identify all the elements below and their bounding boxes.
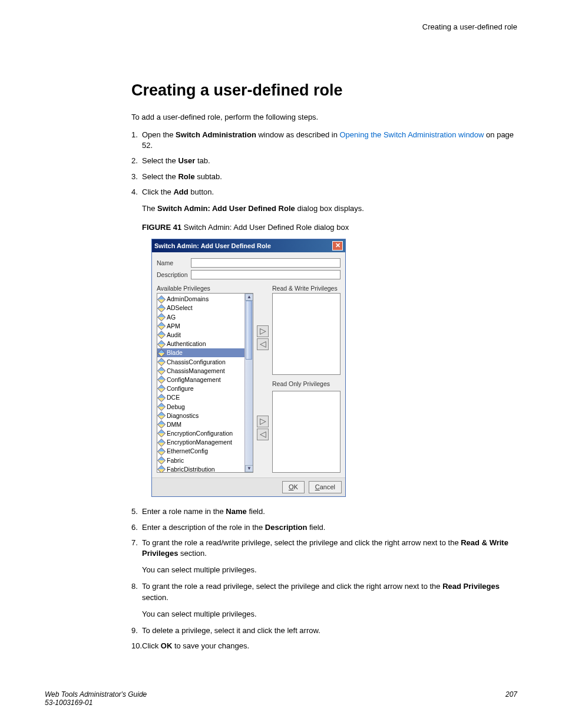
list-item[interactable]: EthernetConfig [157, 447, 253, 456]
step-text: To grant the role a read privilege, sele… [142, 582, 442, 591]
privilege-label: Fabric [167, 456, 184, 465]
name-label: Name [157, 259, 191, 268]
name-row: Name [157, 258, 340, 268]
figure-title: Switch Admin: Add User Defined Role dial… [184, 223, 349, 232]
name-field-bold: Name [226, 507, 246, 516]
step-text: Click the [142, 187, 173, 196]
privilege-icon [157, 331, 166, 339]
step-5: 5. Enter a role name in the Name field. [131, 506, 517, 517]
step-text: to save your changes. [172, 641, 249, 650]
rw-arrow-buttons: ▷ ◁ [257, 325, 269, 350]
step-4: 4. Click the Add button. The Switch Admi… [131, 187, 517, 498]
close-icon[interactable]: ✕ [332, 241, 343, 251]
privilege-icon [157, 403, 166, 411]
description-label: Description [157, 271, 191, 279]
available-privileges-label: Available Privileges [157, 284, 253, 293]
list-item[interactable]: AdminDomains [157, 295, 253, 304]
role-subtab-bold: Role [178, 172, 194, 181]
step-1: 1. Open the Switch Administration window… [131, 130, 517, 151]
privilege-icon [157, 340, 166, 348]
scroll-up-icon[interactable]: ▲ [245, 294, 253, 301]
privilege-icon [157, 349, 166, 357]
list-item[interactable]: Fabric [157, 456, 253, 465]
step-text: dialog box displays. [295, 204, 364, 213]
dialog-add-user-defined-role: Switch Admin: Add User Defined Role ✕ Na… [151, 239, 346, 497]
step-text: Enter a description of the role in the [142, 523, 265, 532]
step-text: To grant the role a read/write privilege… [142, 538, 461, 547]
available-privileges-list[interactable]: AdminDomainsADSelectAGAPMAuditAuthentica… [157, 293, 253, 473]
description-input[interactable] [191, 270, 340, 279]
step-7-sub: You can select multiple privileges. [142, 565, 517, 575]
step-text: field. [307, 523, 325, 532]
list-item[interactable]: ChassisManagement [157, 367, 253, 375]
step-text: section. [178, 549, 206, 558]
intro-text: To add a user-defined role, perform the … [131, 113, 517, 121]
privilege-label: AdminDomains [167, 295, 209, 304]
privilege-label: Authentication [167, 340, 206, 348]
name-input[interactable] [191, 258, 340, 268]
doc-number: 53-1003169-01 [45, 699, 147, 707]
privilege-label: Blade [167, 348, 183, 357]
privilege-icon [157, 465, 166, 473]
privilege-label: ADSelect [167, 304, 193, 312]
figure-num: FIGURE 41 [142, 223, 184, 232]
ro-privileges-list[interactable] [272, 391, 340, 473]
privilege-label: EthernetConfig [167, 447, 208, 456]
privilege-icon [157, 420, 166, 429]
privilege-label: EncryptionManagement [167, 438, 232, 447]
list-item[interactable]: EncryptionManagement [157, 438, 253, 447]
step-text: Select the [142, 156, 178, 165]
privilege-label: DMM [167, 420, 181, 429]
scrollbar[interactable]: ▲ ▼ [244, 294, 253, 472]
page-footer: Web Tools Administrator's Guide 53-10031… [45, 690, 517, 707]
privilege-icon [157, 394, 166, 402]
step-text: Enter a role name in the [142, 507, 226, 516]
steps-list: 1. Open the Switch Administration window… [131, 130, 517, 651]
privilege-label: AG [167, 313, 176, 322]
cancel-button[interactable]: Cancel [309, 481, 342, 493]
list-item[interactable]: Blade [157, 348, 253, 357]
list-item[interactable]: Authentication [157, 340, 253, 348]
step-text: field. [247, 507, 265, 516]
list-item[interactable]: DMM [157, 420, 253, 429]
list-item[interactable]: ADSelect [157, 304, 253, 312]
list-item[interactable]: ChassisConfiguration [157, 357, 253, 366]
page-content: Creating a user-defined role To add a us… [131, 81, 517, 656]
step-text: tab. [195, 156, 210, 165]
arrow-left-rw-icon[interactable]: ◁ [257, 338, 269, 350]
rw-privileges-list[interactable] [272, 293, 340, 375]
list-item[interactable]: APM [157, 322, 253, 331]
ok-button[interactable]: OK [282, 481, 305, 493]
list-item[interactable]: Debug [157, 402, 253, 411]
list-item[interactable]: Audit [157, 331, 253, 340]
privilege-icon [157, 411, 166, 420]
transfer-area: AdminDomainsADSelectAGAPMAuditAuthentica… [157, 293, 340, 473]
link-open-switch-admin[interactable]: Opening the Switch Administration window [340, 130, 484, 139]
add-button-bold: Add [173, 187, 188, 196]
list-item[interactable]: Configure [157, 384, 253, 393]
dialog-title: Switch Admin: Add User Defined Role [154, 242, 271, 251]
scroll-thumb[interactable] [246, 301, 252, 360]
step-8-sub: You can select multiple privileges. [142, 609, 517, 620]
step-4-sub: The Switch Admin: Add User Defined Role … [142, 203, 517, 214]
list-item[interactable]: DCE [157, 393, 253, 402]
step-9: 9. To delete a privilege, select it and … [131, 625, 517, 636]
list-item[interactable]: AG [157, 312, 253, 321]
step-text: button. [189, 187, 214, 196]
arrow-right-rw-icon[interactable]: ▷ [257, 325, 269, 337]
dialog-footer: OK Cancel [152, 477, 345, 496]
list-item[interactable]: Diagnostics [157, 411, 253, 420]
privilege-icon [157, 447, 166, 456]
arrow-left-ro-icon[interactable]: ◁ [257, 429, 269, 440]
footer-left: Web Tools Administrator's Guide 53-10031… [45, 690, 147, 707]
step-text: Select the [142, 172, 178, 181]
step-text: The [142, 204, 157, 213]
step-text: subtab. [195, 172, 222, 181]
list-item[interactable]: EncryptionConfiguration [157, 429, 253, 438]
list-item[interactable]: ConfigManagement [157, 375, 253, 384]
arrow-right-ro-icon[interactable]: ▷ [257, 416, 269, 427]
scroll-down-icon[interactable]: ▼ [245, 465, 253, 472]
list-item[interactable]: FabricDistribution [157, 465, 253, 473]
description-field-bold: Description [265, 523, 308, 532]
step-6: 6. Enter a description of the role in th… [131, 522, 517, 533]
